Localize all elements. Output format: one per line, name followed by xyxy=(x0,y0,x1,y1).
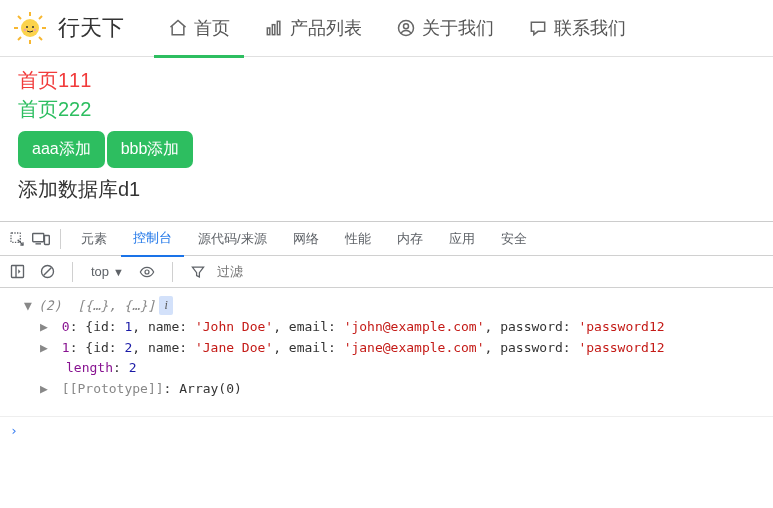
tab-elements[interactable]: 元素 xyxy=(69,222,119,256)
nav-home[interactable]: 首页 xyxy=(154,8,244,48)
nav-products-label: 产品列表 xyxy=(290,16,362,40)
top-nav: 行天下 首页 产品列表 关于我们 联系我们 xyxy=(0,0,773,57)
svg-line-25 xyxy=(43,268,51,276)
info-badge-icon[interactable]: i xyxy=(159,296,172,315)
logo-sun-icon xyxy=(12,10,48,46)
array-count: (2) xyxy=(38,296,61,317)
home-icon xyxy=(168,18,188,38)
expand-arrow-icon[interactable]: ▶ xyxy=(40,317,54,338)
svg-point-10 xyxy=(32,26,34,28)
nav-about-label: 关于我们 xyxy=(422,16,494,40)
add-aaa-button[interactable]: aaa添加 xyxy=(18,131,105,168)
separator xyxy=(72,262,73,282)
separator xyxy=(172,262,173,282)
context-label: top xyxy=(91,264,109,279)
tab-console[interactable]: 控制台 xyxy=(121,221,184,257)
svg-line-4 xyxy=(18,16,21,19)
clear-console-icon[interactable] xyxy=(36,264,58,279)
svg-rect-14 xyxy=(272,25,275,35)
context-selector[interactable]: top ▼ xyxy=(87,264,128,279)
array-item-1[interactable]: ▶ 1: {id: 2, name: 'Jane Doe', email: 'j… xyxy=(10,338,763,359)
live-expression-icon[interactable] xyxy=(136,264,158,280)
tab-performance[interactable]: 性能 xyxy=(333,222,383,256)
expand-arrow-icon[interactable]: ▶ xyxy=(40,338,54,359)
button-row: aaa添加 bbb添加 xyxy=(18,131,755,168)
bar-chart-icon xyxy=(264,18,284,38)
nav-about[interactable]: 关于我们 xyxy=(382,8,508,48)
svg-point-11 xyxy=(24,29,26,31)
brand-text: 行天下 xyxy=(58,13,124,43)
db-text: 添加数据库d1 xyxy=(18,176,755,203)
svg-point-26 xyxy=(145,270,149,274)
svg-rect-13 xyxy=(267,28,270,35)
nav-contact[interactable]: 联系我们 xyxy=(514,8,640,48)
svg-line-6 xyxy=(18,37,21,40)
devtools-panel: 元素 控制台 源代码/来源 网络 性能 内存 应用 安全 top ▼ ▼ xyxy=(0,221,773,444)
nav-home-label: 首页 xyxy=(194,16,230,40)
filter-icon[interactable] xyxy=(187,265,209,279)
nav-products[interactable]: 产品列表 xyxy=(250,8,376,48)
filter-input[interactable] xyxy=(217,264,767,279)
tab-security[interactable]: 安全 xyxy=(489,222,539,256)
chevron-down-icon: ▼ xyxy=(113,266,124,278)
tab-sources[interactable]: 源代码/来源 xyxy=(186,222,279,256)
array-preview: [{…}, {…}] xyxy=(77,296,155,317)
device-icon[interactable] xyxy=(30,231,52,247)
svg-point-17 xyxy=(404,24,409,29)
devtools-tab-bar: 元素 控制台 源代码/来源 网络 性能 内存 应用 安全 xyxy=(0,222,773,256)
separator xyxy=(60,229,61,249)
array-item-0[interactable]: ▶ 0: {id: 1, name: 'John Doe', email: 'j… xyxy=(10,317,763,338)
svg-point-12 xyxy=(34,29,36,31)
tab-network[interactable]: 网络 xyxy=(281,222,331,256)
svg-line-5 xyxy=(39,37,42,40)
svg-rect-22 xyxy=(11,266,23,278)
inspect-icon[interactable] xyxy=(6,231,28,247)
expand-arrow-icon[interactable]: ▼ xyxy=(24,296,38,317)
array-prototype[interactable]: ▶ [[Prototype]]: Array(0) xyxy=(10,379,763,400)
svg-point-9 xyxy=(26,26,28,28)
tab-application[interactable]: 应用 xyxy=(437,222,487,256)
array-length: length: 2 xyxy=(10,358,763,379)
add-bbb-button[interactable]: bbb添加 xyxy=(107,131,194,168)
svg-line-7 xyxy=(39,16,42,19)
svg-rect-15 xyxy=(277,21,280,34)
console-toolbar: top ▼ xyxy=(0,256,773,288)
page-content: 首页111 首页222 aaa添加 bbb添加 添加数据库d1 xyxy=(0,57,773,221)
console-prompt[interactable]: › xyxy=(0,416,773,444)
chat-icon xyxy=(528,18,548,38)
heading-1: 首页111 xyxy=(18,67,755,94)
console-body: ▼ (2) [{…}, {…}] i ▶ 0: {id: 1, name: 'J… xyxy=(0,288,773,416)
console-array-header[interactable]: ▼ (2) [{…}, {…}] i xyxy=(10,296,763,317)
heading-2: 首页222 xyxy=(18,96,755,123)
svg-rect-21 xyxy=(44,235,49,244)
tab-memory[interactable]: 内存 xyxy=(385,222,435,256)
svg-rect-19 xyxy=(33,233,44,241)
expand-arrow-icon[interactable]: ▶ xyxy=(40,379,54,400)
toggle-sidebar-icon[interactable] xyxy=(6,264,28,279)
nav-contact-label: 联系我们 xyxy=(554,16,626,40)
user-circle-icon xyxy=(396,18,416,38)
svg-point-8 xyxy=(21,19,39,37)
